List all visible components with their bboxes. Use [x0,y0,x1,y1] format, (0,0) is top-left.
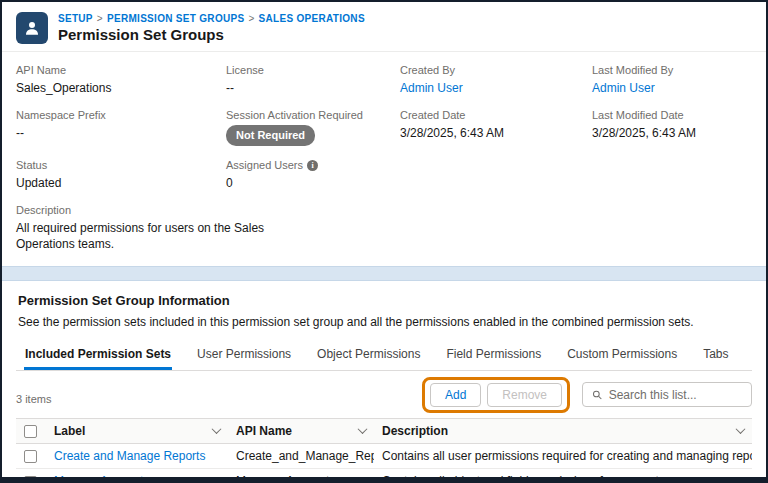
field-api-name: API Name Sales_Operations [16,64,226,96]
field-value: 3/28/2025, 6:43 AM [592,125,742,141]
field-status: Status Updated [16,159,226,191]
api-name-cell: Manage_Accounts [228,469,374,483]
field-created-date: Created Date 3/28/2025, 6:43 AM [400,109,592,146]
field-value: Sales_Operations [16,80,216,96]
field-label: Created By [400,64,455,76]
highlight-annotation: Add Remove [422,377,570,413]
tab-tabs[interactable]: Tabs [702,339,729,370]
field-label: Last Modified Date [592,109,684,121]
list-search[interactable] [582,382,752,407]
last-modified-by-link[interactable]: Admin User [592,81,655,95]
field-label: Created Date [400,109,465,121]
tab-user-permissions[interactable]: User Permissions [196,339,292,370]
field-value: Updated [16,175,216,191]
chevron-down-icon[interactable] [358,424,368,434]
created-by-link[interactable]: Admin User [400,81,463,95]
section-title: Permission Set Group Information [2,293,766,308]
field-label: Session Activation Required [226,109,363,121]
column-header-description[interactable]: Description [374,418,752,443]
permission-set-group-icon [16,12,48,44]
field-value: All required permissions for users on th… [16,220,271,252]
column-label: Description [382,424,448,438]
row-checkbox[interactable] [24,450,37,463]
field-last-modified-by: Last Modified By Admin User [592,64,752,96]
tab-field-permissions[interactable]: Field Permissions [445,339,542,370]
field-namespace-prefix: Namespace Prefix -- [16,109,226,146]
chevron-down-icon[interactable] [212,424,222,434]
item-count: 3 items [16,393,51,413]
section-divider [2,266,766,281]
breadcrumb-separator: > [248,13,254,24]
field-value: -- [16,125,216,141]
permission-set-link[interactable]: Manage Accounts [54,474,149,483]
field-label: Assigned Users [226,159,303,171]
remove-button[interactable]: Remove [487,383,562,407]
row-checkbox[interactable] [24,476,37,483]
tab-included-permission-sets[interactable]: Included Permission Sets [24,339,172,370]
field-last-modified-date: Last Modified Date 3/28/2025, 6:43 AM [592,109,752,146]
permission-set-group-page: SETUP>PERMISSION SET GROUPS>SALES OPERAT… [0,0,768,483]
header-text: SETUP>PERMISSION SET GROUPS>SALES OPERAT… [58,13,365,43]
column-label: Label [54,424,85,438]
list-toolbar: 3 items Add Remove [2,371,766,418]
field-value: 0 [226,175,390,191]
field-label: Last Modified By [592,64,673,76]
section-description: See the permission sets included in this… [2,308,766,339]
psg-information-card: Permission Set Group Information See the… [2,281,766,483]
field-label: Status [16,159,47,171]
tab-object-permissions[interactable]: Object Permissions [316,339,421,370]
tab-bar: Included Permission Sets User Permission… [16,339,752,371]
field-description: Description All required permissions for… [16,204,400,252]
page-header: SETUP>PERMISSION SET GROUPS>SALES OPERAT… [2,2,766,52]
user-icon [23,19,41,37]
column-label: API Name [236,424,292,438]
field-label: API Name [16,64,66,76]
tab-custom-permissions[interactable]: Custom Permissions [566,339,678,370]
description-cell: Contains all user permissions required f… [374,443,752,468]
permission-sets-table: Label API Name Description Create and Ma… [2,418,766,483]
breadcrumb-permission-set-groups[interactable]: PERMISSION SET GROUPS [107,13,244,24]
field-label: Namespace Prefix [16,109,106,121]
field-label: Description [16,204,71,216]
info-icon[interactable]: i [307,160,318,171]
chevron-down-icon[interactable] [736,424,746,434]
breadcrumb-sales-operations[interactable]: SALES OPERATIONS [259,13,365,24]
description-cell: Contains all object and field permission… [374,469,752,483]
field-created-by: Created By Admin User [400,64,592,96]
field-assigned-users: Assigned Users i 0 [226,159,400,191]
not-required-badge: Not Required [226,125,315,146]
select-all-checkbox[interactable] [24,425,37,438]
table-row: Manage Accounts Manage_Accounts Contains… [16,469,752,483]
breadcrumb-setup[interactable]: SETUP [58,13,93,24]
field-license: License -- [226,64,400,96]
table-row: Create and Manage Reports Create_and_Man… [16,443,752,468]
field-value: 3/28/2025, 6:43 AM [400,125,582,141]
column-header-label[interactable]: Label [46,418,228,443]
table-header-row: Label API Name Description [16,418,752,443]
page-title: Permission Set Groups [58,26,365,43]
field-label: License [226,64,264,76]
search-input[interactable] [609,388,742,402]
breadcrumb: SETUP>PERMISSION SET GROUPS>SALES OPERAT… [58,13,365,24]
detail-fields: API Name Sales_Operations License -- Cre… [2,52,766,266]
add-button[interactable]: Add [430,383,481,407]
field-session-activation: Session Activation Required Not Required [226,109,400,146]
search-icon [592,389,603,401]
breadcrumb-separator: > [97,13,103,24]
field-value: -- [226,80,390,96]
api-name-cell: Create_and_Manage_Reports [228,443,374,468]
permission-set-link[interactable]: Create and Manage Reports [54,449,205,463]
column-header-api-name[interactable]: API Name [228,418,374,443]
